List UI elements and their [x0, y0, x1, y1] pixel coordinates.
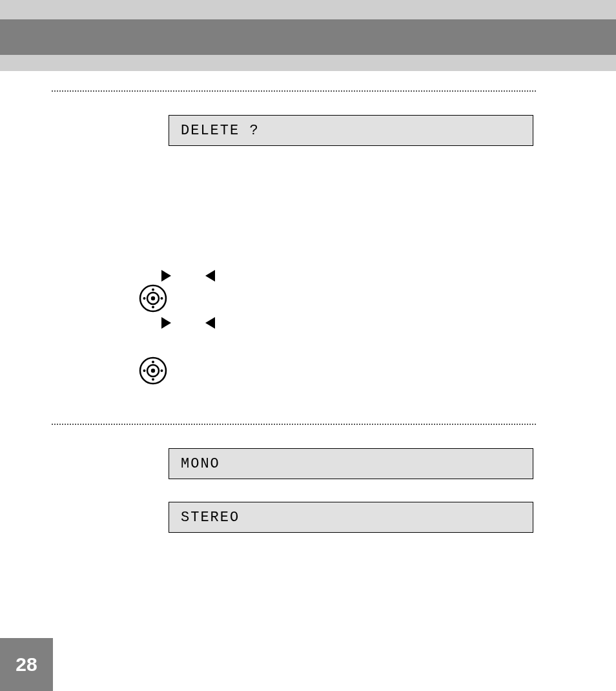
- lcd-text: MONO: [181, 456, 220, 472]
- jog-knob-icon: [139, 284, 167, 313]
- triangle-right-icon: [161, 317, 171, 329]
- svg-point-9: [151, 369, 155, 373]
- section-divider: [52, 424, 536, 425]
- svg-point-4: [152, 306, 154, 309]
- page-number: 28: [0, 638, 53, 691]
- section-divider: [52, 90, 536, 92]
- triangle-left-icon: [205, 270, 215, 282]
- svg-point-10: [152, 361, 154, 364]
- svg-point-12: [143, 369, 146, 372]
- lcd-display-stereo: STEREO: [169, 502, 533, 533]
- triangle-right-icon: [161, 270, 171, 282]
- lcd-text: STEREO: [181, 510, 240, 526]
- svg-point-3: [152, 289, 154, 291]
- lcd-display-delete: DELETE ?: [169, 115, 533, 146]
- header-dark-bar: [0, 19, 616, 55]
- lcd-text: DELETE ?: [181, 123, 260, 139]
- triangle-left-icon: [205, 317, 215, 329]
- jog-knob-icon: [139, 356, 167, 385]
- svg-point-6: [161, 297, 163, 300]
- header-light-top: [0, 0, 616, 19]
- svg-point-2: [151, 296, 155, 300]
- header-light-bottom: [0, 55, 616, 71]
- svg-point-5: [143, 297, 146, 300]
- svg-point-11: [152, 378, 154, 381]
- svg-point-13: [161, 369, 163, 372]
- page-number-value: 28: [15, 654, 37, 676]
- lcd-display-mono: MONO: [169, 448, 533, 479]
